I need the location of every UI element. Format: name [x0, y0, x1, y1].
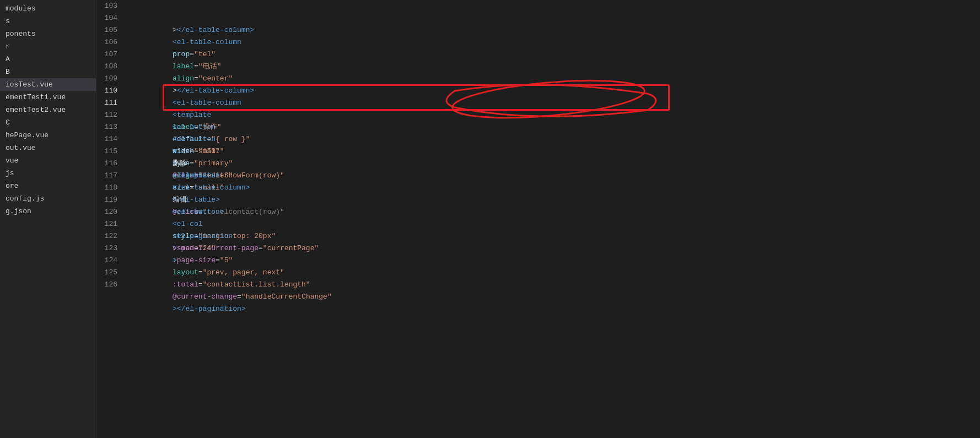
line-num-120: 120: [96, 206, 117, 218]
code-line-120: <el-pagination: [130, 206, 980, 218]
sidebar-item-about[interactable]: out.vue: [0, 142, 96, 154]
line-num-103: 103: [96, 0, 117, 12]
line-num-116: 116: [96, 158, 117, 170]
code-line-126: ></el-pagination>: [130, 279, 980, 291]
code-content: ></el-table-column> <el-table-column pro…: [124, 0, 980, 438]
line-num-115: 115: [96, 145, 117, 158]
code-line-118: <el-row style="margin-top: 20px" >: [130, 182, 980, 194]
line-numbers: 103 104 105 106 107 108 109 110 111 112 …: [96, 0, 124, 438]
code-line-122: :page-size="5": [130, 230, 980, 242]
line-num-112: 112: [96, 109, 117, 121]
line-num-104: 104: [96, 12, 117, 24]
line-num-113: 113: [96, 121, 117, 133]
code-line-121: v-model:current-page="currentPage": [130, 218, 980, 230]
line-num-123: 123: [96, 242, 117, 255]
code-line-123: layout="prev, pager, next": [130, 242, 980, 255]
code-line-109: <el-table-column label="操作" width="150" …: [130, 73, 980, 85]
line-num-110: 110: [96, 85, 117, 97]
line-num-118: 118: [96, 182, 117, 194]
sidebar-item-r[interactable]: r: [0, 40, 96, 53]
sidebar-item-elementtest1[interactable]: ementTest1.vue: [0, 91, 96, 104]
line-num-107: 107: [96, 48, 117, 61]
code-line-106: label="电话": [130, 36, 980, 48]
code-line-114: >: [130, 133, 980, 145]
code-editor[interactable]: 103 104 105 106 107 108 109 110 111 112 …: [96, 0, 980, 438]
line-num-111: 111: [96, 97, 117, 109]
code-line-119: <el-col :span="24" >: [130, 194, 980, 206]
sidebar-item-s[interactable]: s: [0, 15, 96, 28]
sidebar-item-gjson[interactable]: g.json: [0, 205, 96, 218]
line-num-108: 108: [96, 61, 117, 73]
sidebar-item-C[interactable]: C: [0, 116, 96, 129]
code-line-107: align="center": [130, 48, 980, 61]
sidebar-item-elementtest2[interactable]: ementTest2.vue: [0, 104, 96, 116]
code-line-115: </template>: [130, 145, 980, 158]
code-line-125: @current-change="handleCurrentChange": [130, 267, 980, 279]
code-line-110: <template #default="{ row }" >: [130, 85, 980, 97]
sidebar-item-ore[interactable]: ore: [0, 180, 96, 192]
line-num-119: 119: [96, 194, 117, 206]
sidebar-item-ponents[interactable]: ponents: [0, 28, 96, 40]
code-line-112: <el-button type="primary" size="small" @…: [130, 109, 980, 121]
code-line-124: :total="contactList.list.length": [130, 255, 980, 267]
line-num-114: 114: [96, 133, 117, 145]
line-num-109: 109: [96, 73, 117, 85]
sidebar-item-homepage[interactable]: hePage.vue: [0, 129, 96, 142]
code-line-111: <el-button size="small" @click="editShow…: [130, 97, 980, 109]
line-num-125: 125: [96, 267, 117, 279]
line-num-117: 117: [96, 170, 117, 182]
sidebar: modules s ponents r A B iosTest.vue emen…: [0, 0, 96, 438]
sidebar-item-vue[interactable]: vue: [0, 154, 96, 167]
sidebar-item-modules[interactable]: modules: [0, 2, 96, 15]
sidebar-item-configjs[interactable]: config.js: [0, 192, 96, 205]
code-line-116: </el-table-column>: [130, 158, 980, 170]
code-line-113: > 删除 </el-button: [130, 121, 980, 133]
sidebar-item-js[interactable]: js: [0, 167, 96, 180]
line-num-105: 105: [96, 24, 117, 36]
code-line-117: </el-table>: [130, 170, 980, 182]
line-num-106: 106: [96, 36, 117, 48]
line-num-122: 122: [96, 230, 117, 242]
line-num-121: 121: [96, 218, 117, 230]
code-line-108: ></el-table-column>: [130, 61, 980, 73]
sidebar-item-B[interactable]: B: [0, 66, 96, 78]
sidebar-item-iostest[interactable]: iosTest.vue: [0, 78, 96, 91]
code-line-104: <el-table-column: [130, 12, 980, 24]
line-num-124: 124: [96, 255, 117, 267]
sidebar-item-A[interactable]: A: [0, 53, 96, 66]
code-line-105: prop="tel": [130, 24, 980, 36]
code-line-103: ></el-table-column>: [130, 0, 980, 12]
line-num-126: 126: [96, 279, 117, 291]
